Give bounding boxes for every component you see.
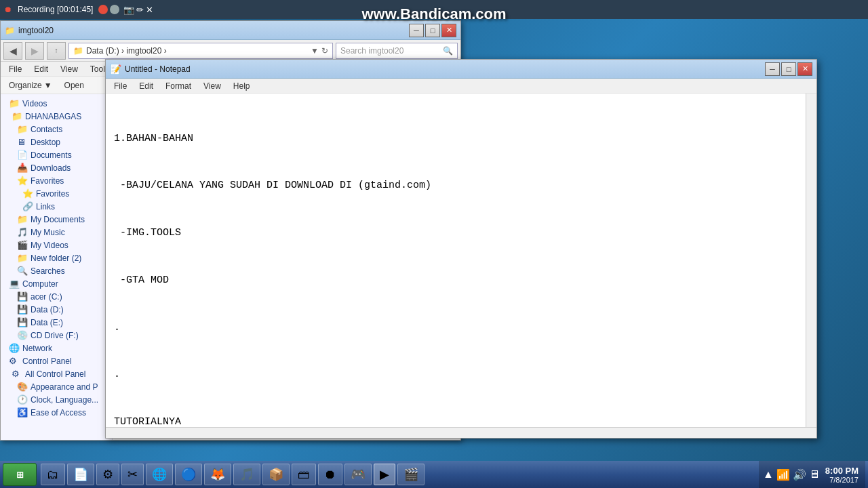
sidebar-item-searches[interactable]: 🔍 Searches bbox=[1, 264, 112, 277]
notepad-icon: 📝 bbox=[110, 64, 121, 75]
sidebar-item-easeofaccess[interactable]: ♿ Ease of Access bbox=[1, 406, 112, 419]
newfolder-icon: 📁 bbox=[17, 253, 28, 263]
sidebar-item-mydocs[interactable]: 📁 My Documents bbox=[1, 213, 112, 226]
taskbar-winamp[interactable]: 🎵 bbox=[233, 464, 260, 485]
taskbar-clock[interactable]: 8:00 PM 7/8/2017 bbox=[823, 466, 861, 484]
explorer-titlebar: 📁 imgtool20 ─ □ ✕ bbox=[1, 21, 460, 40]
rec-pen-icon[interactable]: ✏ bbox=[136, 5, 144, 15]
start-button[interactable]: ⊞ bbox=[3, 463, 37, 486]
address-bar[interactable]: 📁 Data (D:) › imgtool20 › ▼ ↻ bbox=[68, 43, 333, 59]
sidebar-item-appearance[interactable]: 🎨 Appearance and P bbox=[1, 380, 112, 393]
sidebar-item-favorites2[interactable]: ⭐ Favorites bbox=[1, 187, 112, 200]
taskbar-cut[interactable]: ✂ bbox=[121, 464, 144, 485]
open-btn[interactable]: Open bbox=[60, 79, 88, 92]
myvideos-icon: 🎬 bbox=[17, 240, 28, 250]
notepad-vscrollbar[interactable] bbox=[806, 94, 816, 427]
tray-monitor-icon[interactable]: 🖥 bbox=[809, 468, 820, 481]
sidebar-item-newfolder[interactable]: 📁 New folder (2) bbox=[1, 251, 112, 264]
taskbar-firefox[interactable]: 🦊 bbox=[204, 464, 231, 485]
address-refresh-icon[interactable]: ↻ bbox=[321, 46, 328, 56]
search-bar[interactable]: Search imgtool20 🔍 bbox=[336, 43, 458, 59]
organize-btn[interactable]: Organize ▼ bbox=[5, 79, 56, 92]
rec-close-icon[interactable]: ✕ bbox=[146, 5, 153, 15]
tray-volume-icon[interactable]: 🔊 bbox=[793, 468, 806, 481]
taskbar-chrome[interactable]: 🔵 bbox=[175, 464, 202, 485]
sidebar-item-clocklanguage[interactable]: 🕐 Clock, Language... bbox=[1, 393, 112, 406]
computer-icon: 💻 bbox=[9, 279, 20, 289]
sidebar-label-cddrive: CD Drive (F:) bbox=[31, 331, 79, 340]
tray-network-icon[interactable]: 📶 bbox=[776, 468, 790, 481]
sidebar-item-datae[interactable]: 💾 Data (E:) bbox=[1, 316, 112, 329]
notepad-menu-file[interactable]: File bbox=[108, 80, 132, 92]
rec-stop-btn[interactable] bbox=[98, 5, 108, 14]
sidebar-item-allcontrolpanel[interactable]: ⚙ All Control Panel bbox=[1, 367, 112, 380]
sidebar-item-contacts[interactable]: 📁 Contacts bbox=[1, 123, 112, 136]
sidebar-item-links[interactable]: 🔗 Links bbox=[1, 200, 112, 213]
taskbar-vlc[interactable]: 🎬 bbox=[397, 464, 425, 485]
sidebar-item-dhanabagas[interactable]: 📁 DHANABAGAS bbox=[1, 110, 112, 123]
explorer-menu-edit[interactable]: Edit bbox=[28, 63, 54, 75]
organize-dropdown-icon: ▼ bbox=[44, 81, 52, 90]
sidebar-item-cddrive[interactable]: 💿 CD Drive (F:) bbox=[1, 329, 112, 342]
sidebar-item-controlpanel[interactable]: ⚙ Control Panel bbox=[1, 354, 112, 367]
sidebar-label-contacts: Contacts bbox=[31, 125, 62, 134]
notepad-menu-help[interactable]: Help bbox=[228, 80, 256, 92]
forward-btn[interactable]: ▶ bbox=[25, 42, 44, 60]
taskbar-archive[interactable]: 📦 bbox=[262, 464, 290, 485]
explorer-menu-file[interactable]: File bbox=[3, 63, 27, 75]
cddrive-icon: 💿 bbox=[17, 330, 28, 340]
notepad-minimize-btn[interactable]: ─ bbox=[765, 62, 780, 76]
explorer-sidebar: 📁 Videos 📁 DHANABAGAS 📁 Contacts 🖥 Deskt… bbox=[1, 94, 113, 440]
sidebar-item-desktop[interactable]: 🖥 Desktop bbox=[1, 136, 112, 148]
sidebar-item-downloads[interactable]: 📥 Downloads bbox=[1, 161, 112, 174]
taskbar-recorder[interactable]: ⏺ bbox=[318, 464, 342, 485]
back-btn[interactable]: ◀ bbox=[3, 42, 22, 60]
taskbar-game[interactable]: 🎮 bbox=[344, 464, 372, 485]
rec-pause-btn[interactable] bbox=[110, 5, 119, 14]
sidebar-item-computer[interactable]: 💻 Computer bbox=[1, 277, 112, 290]
explorer-minimize-btn[interactable]: ─ bbox=[409, 24, 424, 37]
favorites-icon: ⭐ bbox=[17, 176, 28, 186]
rec-camera-icon[interactable]: 📷 bbox=[123, 5, 134, 15]
notepad-menu-edit[interactable]: Edit bbox=[134, 80, 159, 92]
recording-icon: ⏺ bbox=[4, 5, 12, 14]
notepad-menu-format[interactable]: Format bbox=[160, 80, 197, 92]
sidebar-label-network: Network bbox=[22, 344, 52, 353]
sidebar-item-acerc[interactable]: 💾 acer (C:) bbox=[1, 290, 112, 303]
sidebar-item-documents[interactable]: 📄 Documents bbox=[1, 148, 112, 161]
notepad-close-btn[interactable]: ✕ bbox=[797, 62, 812, 76]
explorer-menu-view[interactable]: View bbox=[55, 63, 83, 75]
search-icon[interactable]: 🔍 bbox=[443, 46, 453, 56]
taskbar-files[interactable]: 🗃 bbox=[292, 464, 316, 485]
sidebar-item-favorites[interactable]: ⭐ Favorites bbox=[1, 174, 112, 187]
sidebar-item-videos[interactable]: 📁 Videos bbox=[1, 97, 112, 110]
taskbar-settings[interactable]: ⚙ bbox=[96, 464, 119, 485]
notepad-content[interactable]: 1.BAHAN-BAHAN -BAJU/CELANA YANG SUDAH DI… bbox=[106, 94, 816, 427]
notepad-text-body[interactable]: 1.BAHAN-BAHAN -BAJU/CELANA YANG SUDAH DI… bbox=[106, 94, 816, 427]
sidebar-item-mymusic[interactable]: 🎵 My Music bbox=[1, 226, 112, 239]
clock-time: 8:00 PM bbox=[825, 466, 859, 476]
notepad-menu-view[interactable]: View bbox=[198, 80, 226, 92]
taskbar-browser1[interactable]: 🌐 bbox=[146, 464, 173, 485]
address-dropdown-icon[interactable]: ▼ bbox=[311, 46, 319, 56]
sidebar-label-desktop: Desktop bbox=[31, 138, 60, 147]
downloads-icon: 📥 bbox=[17, 163, 28, 173]
mydocs-icon: 📁 bbox=[17, 214, 28, 224]
sidebar-item-datad[interactable]: 💾 Data (D:) bbox=[1, 303, 112, 316]
up-btn[interactable]: ↑ bbox=[47, 42, 66, 60]
easeofaccess-icon: ♿ bbox=[17, 407, 28, 418]
bandicam-watermark: www.Bandicam.com bbox=[361, 5, 506, 23]
notepad-hscrollbar[interactable] bbox=[106, 427, 816, 438]
text-line-6: . bbox=[114, 367, 808, 382]
explorer-window-controls: ─ □ ✕ bbox=[409, 24, 456, 37]
sidebar-item-network[interactable]: 🌐 Network bbox=[1, 342, 112, 354]
taskbar-word[interactable]: 📄 bbox=[67, 464, 94, 485]
taskbar-explorer[interactable]: 🗂 bbox=[41, 464, 65, 485]
notepad-maximize-btn[interactable]: □ bbox=[781, 62, 796, 76]
tray-arrow-icon[interactable]: ▲ bbox=[763, 468, 774, 481]
taskbar-player[interactable]: ▶ bbox=[374, 464, 395, 485]
text-line-4: -GTA MOD bbox=[114, 272, 808, 288]
explorer-close-btn[interactable]: ✕ bbox=[441, 24, 456, 37]
explorer-maximize-btn[interactable]: □ bbox=[425, 24, 440, 37]
sidebar-item-myvideos[interactable]: 🎬 My Videos bbox=[1, 239, 112, 251]
